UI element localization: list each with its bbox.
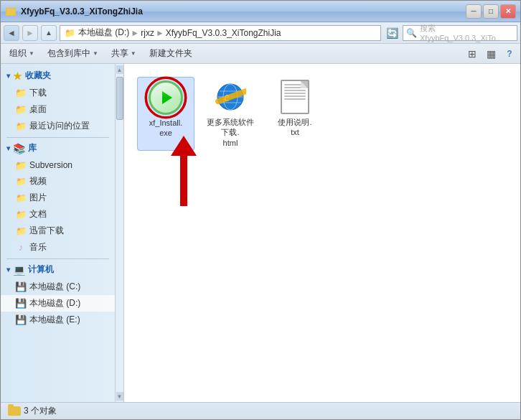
star-icon: ★ — [13, 70, 22, 82]
breadcrumb-part1: 本地磁盘 (D:) — [78, 27, 129, 39]
xunlei-label: 迅雷下载 — [29, 225, 64, 237]
toolbar: 组织 ▼ 包含到库中 ▼ 共享 ▼ 新建文件夹 ⊞ ▦ ? — [1, 44, 520, 64]
window: XfyybFq_V3.0.3_XiTongZhiJia ─ □ ✕ ◄ ► ▲ … — [0, 0, 521, 420]
new-folder-button[interactable]: 新建文件夹 — [144, 46, 198, 62]
sidebar-item-images[interactable]: 📁 图片 — [1, 190, 115, 206]
txt-line-6 — [284, 98, 306, 100]
breadcrumb-part2: rjxz — [141, 28, 154, 38]
txt-file-icon — [281, 80, 309, 114]
scrollbar-up[interactable]: ▲ — [116, 65, 123, 74]
include-library-arrow: ▼ — [93, 50, 98, 57]
computer-label: 计算机 — [28, 263, 54, 276]
change-view-button[interactable]: ⊞ — [464, 46, 480, 62]
sidebar: ▾ ★ 收藏夹 📁 下载 📁 桌面 📁 最近访问的位置 — [1, 64, 116, 402]
status-bar: 3 个对象 — [1, 402, 520, 419]
documents-label: 文档 — [29, 208, 47, 220]
address-path[interactable]: 📁 本地磁盘 (D:) ► rjxz ► XfyybFq_V3.0.3_XiTo… — [60, 25, 381, 41]
sidebar-item-recent[interactable]: 📁 最近访问的位置 — [1, 118, 115, 134]
organize-menu[interactable]: 组织 ▼ — [4, 46, 40, 62]
folder-icon-xunlei: 📁 — [15, 225, 27, 237]
forward-button[interactable]: ► — [22, 25, 38, 41]
folder-icon-desktop: 📁 — [15, 104, 27, 116]
sidebar-item-videos[interactable]: 📁 视频 — [1, 173, 115, 190]
folder-icon-videos: 📁 — [15, 176, 27, 187]
expand-icon-computer: ▾ — [6, 266, 10, 274]
drive-c-label: 本地磁盘 (C:) — [29, 281, 80, 293]
sidebar-item-subversion[interactable]: 📁 Subversion — [1, 157, 115, 173]
title-bar: XfyybFq_V3.0.3_XiTongZhiJia ─ □ ✕ — [1, 1, 520, 22]
more-software-name: 更多系统软件下载.html — [207, 117, 254, 148]
txt-line-4 — [284, 93, 306, 94]
window-icon — [5, 6, 17, 17]
sidebar-header-favorites[interactable]: ▾ ★ 收藏夹 — [1, 67, 115, 85]
organize-label: 组织 — [9, 47, 27, 60]
organize-arrow: ▼ — [29, 50, 34, 57]
ie-icon: e — [213, 80, 248, 114]
drive-e-label: 本地磁盘 (E:) — [29, 314, 80, 326]
ie-svg: e — [215, 81, 246, 113]
folder-icon-images: 📁 — [15, 192, 27, 204]
refresh-button[interactable]: 🔄 — [384, 25, 400, 41]
sidebar-item-drive-e[interactable]: 💾 本地磁盘 (E:) — [1, 312, 115, 328]
red-arrow-annotation — [171, 136, 197, 206]
scrollbar-thumb[interactable] — [116, 77, 123, 120]
sidebar-item-xunlei[interactable]: 📁 迅雷下载 — [1, 223, 115, 239]
file-item-more-software[interactable]: e 更多系统软件下载.html — [202, 77, 259, 151]
status-count: 3 个对象 — [24, 405, 57, 417]
desktop-label: 桌面 — [29, 103, 47, 116]
sidebar-item-drive-d[interactable]: 💾 本地磁盘 (D:) — [1, 295, 115, 312]
music-label: 音乐 — [29, 241, 47, 253]
file-icon-wrapper-more-software: e — [213, 80, 248, 114]
minimize-button[interactable]: ─ — [466, 4, 482, 19]
breadcrumb-folder-icon: 📁 — [65, 28, 75, 38]
divider-1 — [6, 137, 109, 138]
folder-icon-download: 📁 — [15, 88, 27, 99]
recent-label: 最近访问的位置 — [29, 120, 90, 132]
folder-icon-subversion: 📁 — [15, 159, 27, 171]
back-button[interactable]: ◄ — [4, 25, 19, 41]
sidebar-item-desktop[interactable]: 📁 桌面 — [1, 101, 115, 118]
share-label: 共享 — [111, 47, 128, 60]
share-menu[interactable]: 共享 ▼ — [105, 46, 142, 62]
breadcrumb-sep1: ► — [131, 28, 139, 38]
library-label: 库 — [28, 142, 37, 154]
search-icon: 🔍 — [406, 28, 417, 38]
sidebar-header-library[interactable]: ▾ 📚 库 — [1, 139, 115, 157]
up-button[interactable]: ▲ — [41, 25, 57, 41]
sidebar-item-music[interactable]: ♪ 音乐 — [1, 239, 115, 256]
svg-rect-2 — [6, 9, 15, 15]
favorites-label: 收藏夹 — [25, 70, 51, 82]
sidebar-item-download[interactable]: 📁 下载 — [1, 85, 115, 101]
new-folder-label: 新建文件夹 — [149, 47, 192, 60]
content-area: xf_Install.exe — [124, 64, 520, 402]
videos-label: 视频 — [29, 175, 47, 187]
breadcrumb-part3: XfyybFq_V3.0.3_XiTongZhiJia — [166, 28, 281, 38]
txt-line-2 — [284, 87, 306, 88]
sidebar-item-documents[interactable]: 📁 文档 — [1, 206, 115, 223]
sidebar-section-computer: ▾ 💻 计算机 💾 本地磁盘 (C:) 💾 本地磁盘 (D:) 💾 本地磁盘 (… — [1, 261, 115, 328]
search-placeholder: 搜索 XfyybFq_V3.0.3_XiTo... — [420, 23, 514, 42]
help-button[interactable]: ? — [502, 46, 517, 62]
download-label: 下载 — [29, 87, 47, 99]
status-folder-icon — [8, 406, 21, 416]
close-button[interactable]: ✕ — [500, 4, 516, 19]
preview-pane-button[interactable]: ▦ — [483, 46, 499, 62]
include-library-menu[interactable]: 包含到库中 ▼ — [42, 46, 104, 62]
toolbar-right: ⊞ ▦ ? — [464, 46, 517, 62]
file-item-instructions[interactable]: 使用说明.txt — [266, 77, 324, 151]
sidebar-header-computer[interactable]: ▾ 💻 计算机 — [1, 261, 115, 279]
arrow-head — [171, 136, 197, 156]
address-bar: ◄ ► ▲ 📁 本地磁盘 (D:) ► rjxz ► XfyybFq_V3.0.… — [1, 22, 520, 44]
sidebar-item-drive-c[interactable]: 💾 本地磁盘 (C:) — [1, 279, 115, 295]
sidebar-section-library: ▾ 📚 库 📁 Subversion 📁 视频 📁 图片 📁 — [1, 139, 115, 256]
maximize-button[interactable]: □ — [483, 4, 499, 19]
scrollbar-down[interactable]: ▼ — [116, 392, 123, 401]
search-box[interactable]: 🔍 搜索 XfyybFq_V3.0.3_XiTo... — [403, 25, 517, 41]
xf-install-exe-icon — [149, 80, 183, 115]
images-label: 图片 — [29, 192, 47, 204]
instructions-name: 使用说明.txt — [278, 117, 311, 138]
divider-2 — [6, 258, 109, 259]
sidebar-scrollbar[interactable]: ▲ ▼ — [116, 64, 124, 402]
library-icon: 📚 — [13, 143, 25, 154]
include-library-label: 包含到库中 — [47, 47, 90, 60]
